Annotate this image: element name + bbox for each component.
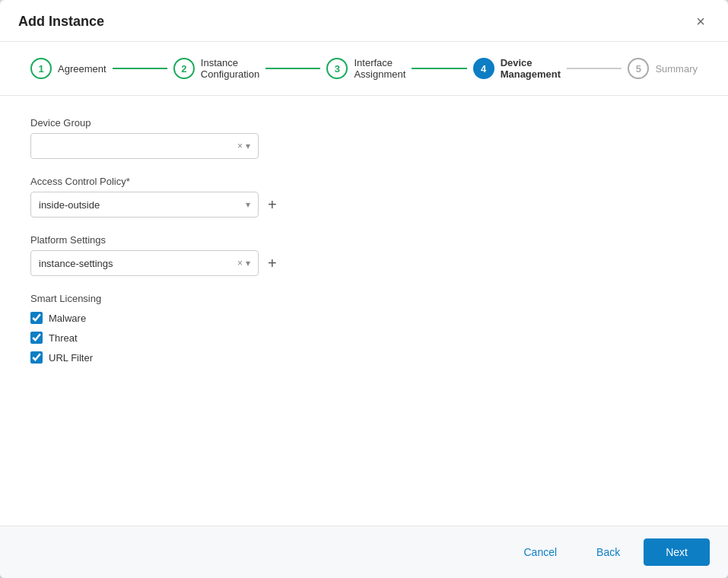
step-2: 2 InstanceConfiguration bbox=[173, 57, 259, 80]
add-instance-modal: Add Instance × 1 Agreement 2 InstanceCon… bbox=[0, 0, 728, 578]
access-control-wrapper: inside-outside ▾ + bbox=[30, 192, 698, 218]
access-control-group: Access Control Policy* inside-outside ▾ … bbox=[30, 176, 698, 218]
stepper: 1 Agreement 2 InstanceConfiguration 3 In… bbox=[0, 42, 728, 96]
step-5-circle: 5 bbox=[628, 58, 649, 79]
smart-licensing-label: Smart Licensing bbox=[30, 293, 698, 304]
step-4: 4 DeviceManagement bbox=[473, 57, 561, 80]
step-line-1-2 bbox=[113, 68, 167, 69]
step-1-circle: 1 bbox=[30, 58, 52, 79]
device-group-group: Device Group × ▾ bbox=[30, 117, 698, 159]
step-line-4-5 bbox=[567, 68, 622, 69]
step-1-label: Agreement bbox=[58, 63, 106, 75]
platform-settings-select[interactable]: instance-settings × ▾ bbox=[30, 250, 259, 276]
step-2-circle: 2 bbox=[173, 58, 195, 79]
modal-body: Device Group × ▾ Access Control Policy* … bbox=[0, 96, 728, 526]
device-group-label: Device Group bbox=[30, 117, 698, 129]
back-button[interactable]: Back bbox=[580, 538, 636, 566]
malware-checkbox-item[interactable]: Malware bbox=[30, 312, 698, 324]
step-line-3-4 bbox=[412, 68, 466, 69]
access-control-icons: ▾ bbox=[246, 199, 250, 210]
cancel-button[interactable]: Cancel bbox=[507, 538, 573, 566]
access-control-value: inside-outside bbox=[39, 199, 246, 211]
threat-checkbox-item[interactable]: Threat bbox=[30, 332, 698, 344]
step-1: 1 Agreement bbox=[30, 58, 106, 79]
modal-footer: Cancel Back Next bbox=[0, 526, 728, 578]
modal-title: Add Instance bbox=[18, 14, 104, 30]
smart-licensing-group: Smart Licensing Malware Threat URL Filte… bbox=[30, 293, 698, 364]
threat-checkbox[interactable] bbox=[30, 332, 43, 344]
step-4-label: DeviceManagement bbox=[501, 57, 561, 80]
step-5-label: Summary bbox=[655, 63, 698, 75]
step-4-circle: 4 bbox=[473, 58, 494, 79]
chevron-down-icon[interactable]: ▾ bbox=[246, 141, 250, 151]
step-3-circle: 3 bbox=[326, 58, 348, 79]
malware-label: Malware bbox=[49, 313, 86, 324]
chevron-down-icon[interactable]: ▾ bbox=[246, 199, 250, 210]
step-3-label: InterfaceAssignment bbox=[354, 57, 405, 80]
device-group-wrapper: × ▾ bbox=[30, 133, 698, 159]
step-5: 5 Summary bbox=[628, 58, 698, 79]
chevron-down-icon[interactable]: ▾ bbox=[246, 258, 250, 268]
access-control-label: Access Control Policy* bbox=[30, 176, 698, 187]
platform-settings-value: instance-settings bbox=[39, 258, 237, 269]
url-filter-checkbox[interactable] bbox=[30, 351, 43, 364]
url-filter-checkbox-item[interactable]: URL Filter bbox=[30, 351, 698, 364]
modal-header: Add Instance × bbox=[0, 0, 728, 42]
clear-icon[interactable]: × bbox=[237, 258, 243, 268]
platform-settings-icons: × ▾ bbox=[237, 258, 250, 268]
access-control-select[interactable]: inside-outside ▾ bbox=[30, 192, 259, 218]
platform-settings-add-button[interactable]: + bbox=[265, 256, 280, 271]
malware-checkbox[interactable] bbox=[30, 312, 43, 324]
step-line-2-3 bbox=[265, 68, 320, 69]
clear-icon[interactable]: × bbox=[237, 141, 243, 151]
smart-licensing-list: Malware Threat URL Filter bbox=[30, 312, 698, 364]
close-button[interactable]: × bbox=[691, 12, 710, 30]
step-3: 3 InterfaceAssignment bbox=[326, 57, 405, 80]
url-filter-label: URL Filter bbox=[49, 352, 93, 364]
device-group-select[interactable]: × ▾ bbox=[30, 133, 259, 159]
next-button[interactable]: Next bbox=[644, 538, 710, 566]
step-2-label: InstanceConfiguration bbox=[201, 57, 259, 80]
platform-settings-label: Platform Settings bbox=[30, 234, 698, 246]
device-group-icons: × ▾ bbox=[237, 141, 250, 151]
platform-settings-group: Platform Settings instance-settings × ▾ … bbox=[30, 234, 698, 276]
platform-settings-wrapper: instance-settings × ▾ + bbox=[30, 250, 698, 276]
access-control-add-button[interactable]: + bbox=[265, 197, 280, 212]
threat-label: Threat bbox=[49, 332, 78, 344]
